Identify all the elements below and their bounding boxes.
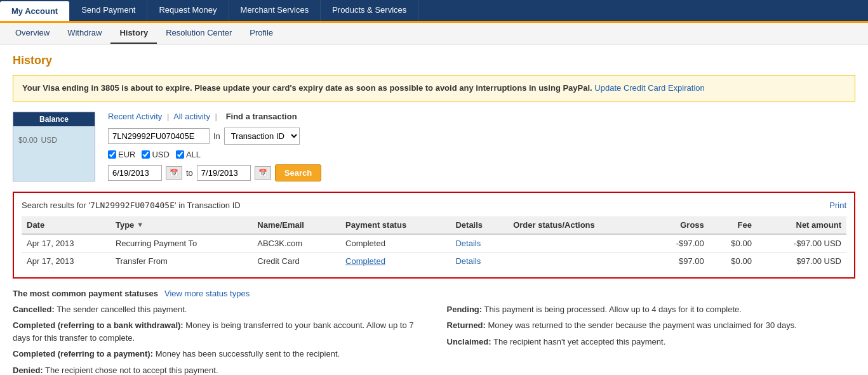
name-email-cell: ABC3K.com (252, 234, 340, 253)
col-type: Type ▼ (110, 216, 252, 234)
results-table: Date Type ▼ Name/Email Payment status De… (22, 216, 846, 270)
results-header: Search results for '7LN29992FU070405E' i… (22, 201, 846, 210)
order-status-cell (508, 234, 650, 253)
page-title: History (13, 54, 855, 67)
status-item: Pending: This payment is being processed… (447, 303, 856, 316)
find-transaction-label: Find a transaction (226, 112, 297, 121)
results-prefix: Search results for ' (22, 201, 90, 210)
date-row: 📅 to 📅 Search (108, 164, 855, 181)
statuses-left-col: Cancelled: The sender cancelled this pay… (13, 303, 422, 376)
net-amount-cell: $97.00 USD (757, 252, 846, 270)
subnav-profile[interactable]: Profile (241, 23, 282, 44)
date-to-input[interactable] (197, 165, 251, 181)
search-type-select[interactable]: Transaction ID Email Name (224, 128, 300, 145)
table-row: Apr 17, 2013 Recurring Payment To ABC3K.… (22, 234, 846, 253)
top-nav-tab-requestmoney[interactable]: Request Money (147, 0, 229, 21)
transaction-search-input[interactable] (108, 128, 210, 144)
status-item: Cancelled: The sender cancelled this pay… (13, 303, 422, 316)
col-fee: Fee (709, 216, 757, 234)
subnav-overview[interactable]: Overview (6, 23, 58, 44)
payment-status-cell: Completed (340, 234, 450, 253)
top-nav-tab-productsservices[interactable]: Products & Services (321, 0, 418, 21)
search-area: Balance $0.00 USD Recent Activity | All … (13, 112, 855, 181)
status-term: Cancelled: (13, 305, 55, 314)
top-nav-tab-sendpayment[interactable]: Send Payment (70, 0, 147, 21)
all-checkbox[interactable] (176, 150, 184, 159)
table-row: Apr 17, 2013 Transfer From Credit Card C… (22, 252, 846, 270)
view-more-statuses-link[interactable]: View more status types (164, 289, 250, 298)
top-nav-tab-myaccount[interactable]: My Account (0, 1, 70, 21)
to-label: to (186, 168, 193, 178)
results-query-text: Search results for '7LN29992FU070405E' i… (22, 201, 241, 210)
status-term: Returned: (447, 320, 486, 330)
details-link[interactable]: Details (455, 256, 481, 266)
status-item: Returned: Money was returned to the send… (447, 319, 856, 332)
in-label: In (213, 131, 220, 141)
statuses-title: The most common payment statuses View mo… (13, 289, 855, 298)
col-date: Date (22, 216, 110, 234)
eur-label: EUR (118, 150, 135, 159)
col-gross: Gross (650, 216, 709, 234)
calendar-from-button[interactable]: 📅 (166, 166, 182, 180)
statuses-title-text: The most common payment statuses (13, 289, 158, 298)
eur-checkbox-label[interactable]: EUR (108, 150, 135, 159)
results-query-value: 7LN29992FU070405E (90, 201, 175, 210)
payment-status-cell: Completed (340, 252, 450, 270)
table-header-row: Date Type ▼ Name/Email Payment status De… (22, 216, 846, 234)
results-suffix: ' in Transaction ID (175, 201, 241, 210)
details-cell: Details (450, 252, 508, 270)
all-activity-link[interactable]: All activity (173, 112, 210, 121)
separator2: | (215, 112, 217, 121)
gross-cell: -$97.00 (650, 234, 709, 253)
subnav-withdraw[interactable]: Withdraw (58, 23, 110, 44)
search-button[interactable]: Search (275, 164, 321, 181)
name-email-cell: Credit Card (252, 252, 340, 270)
status-description: This payment is being processed. Allow u… (484, 305, 742, 314)
status-description: Money was returned to the sender because… (488, 320, 797, 330)
status-description: The sender cancelled this payment. (57, 305, 187, 314)
date-from-input[interactable] (108, 165, 162, 181)
eur-checkbox[interactable] (108, 150, 116, 159)
status-term: Unclaimed: (447, 337, 491, 346)
usd-label: USD (152, 150, 169, 159)
calendar-to-button[interactable]: 📅 (255, 166, 271, 180)
type-cell: Recurring Payment To (110, 234, 252, 253)
sub-navigation: Overview Withdraw History Resolution Cen… (0, 23, 868, 44)
usd-checkbox[interactable] (142, 150, 150, 159)
statuses-grid: Cancelled: The sender cancelled this pay… (13, 303, 855, 376)
status-link[interactable]: Completed (345, 256, 385, 266)
alert-link[interactable]: Update Credit Card Expiration (594, 83, 704, 93)
details-cell: Details (450, 234, 508, 253)
top-navigation: My Account Send Payment Request Money Me… (0, 0, 868, 23)
status-item: Completed (referring to a bank withdrawa… (13, 319, 422, 344)
col-net-amount: Net amount (757, 216, 846, 234)
search-input-row: In Transaction ID Email Name (108, 128, 855, 145)
all-checkbox-label[interactable]: ALL (176, 150, 201, 159)
status-item: Unclaimed: The recipient hasn't yet acce… (447, 336, 856, 348)
page-content: History Your Visa ending in 3805 is abou… (0, 44, 868, 375)
currency-checkbox-row: EUR USD ALL (108, 150, 855, 159)
find-area: Recent Activity | All activity | Find a … (108, 112, 855, 181)
balance-label: Balance (13, 112, 95, 126)
type-cell: Transfer From (110, 252, 252, 270)
status-term: Denied: (13, 365, 43, 375)
date-cell: Apr 17, 2013 (22, 252, 110, 270)
recent-activity-link[interactable]: Recent Activity (108, 112, 162, 121)
subnav-resolution[interactable]: Resolution Center (157, 23, 241, 44)
usd-checkbox-label[interactable]: USD (142, 150, 169, 159)
status-description: The recipient hasn't yet accepted this p… (493, 337, 665, 346)
fee-cell: $0.00 (709, 252, 757, 270)
status-term: Completed (referring to a bank withdrawa… (13, 320, 184, 330)
top-nav-tab-merchantservices[interactable]: Merchant Services (229, 0, 321, 21)
col-name-email: Name/Email (252, 216, 340, 234)
filter-icon[interactable]: ▼ (137, 221, 144, 228)
alert-text: Your Visa ending in 3805 is about to exp… (22, 83, 592, 93)
print-link[interactable]: Print (829, 201, 846, 210)
date-cell: Apr 17, 2013 (22, 234, 110, 253)
order-status-cell (508, 252, 650, 270)
balance-box: Balance $0.00 USD (13, 112, 95, 181)
status-item: Completed (referring to a payment): Mone… (13, 348, 422, 360)
col-details: Details (450, 216, 508, 234)
details-link[interactable]: Details (455, 239, 481, 248)
subnav-history[interactable]: History (110, 23, 157, 44)
